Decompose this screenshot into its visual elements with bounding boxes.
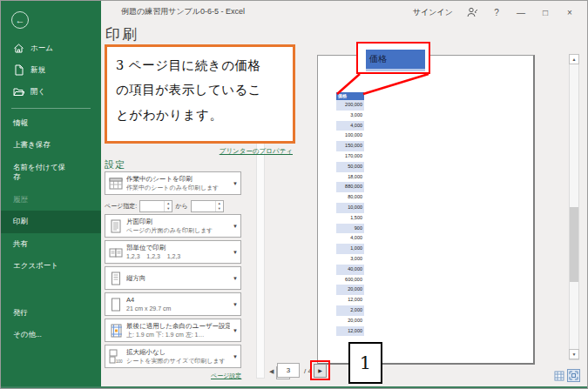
dropdown-subtitle: ページの片面のみを印刷します xyxy=(126,226,230,234)
table-row: 20,000 xyxy=(336,316,364,326)
print-target-dropdown[interactable]: 作業中のシートを印刷 作業中のシートのみを印刷します ▼ xyxy=(105,171,241,195)
sidebar-item-label: エクスポート xyxy=(13,261,71,271)
scaling-dropdown[interactable]: 100 拡大縮小なし シートを実際のサイズで印刷します ▼ xyxy=(105,345,241,368)
orientation-dropdown[interactable]: 縦方向 ▼ xyxy=(105,266,241,290)
print-preview-page: 価格 200,000 3,000 4,000 100,000 150,000 1… xyxy=(317,55,535,365)
open-folder-icon xyxy=(13,86,24,97)
callout-price-cell: 価格 xyxy=(366,50,425,69)
table-row: 40,000 xyxy=(336,265,364,275)
window-bottom-edge xyxy=(1,386,587,388)
printer-properties-link[interactable]: プリンターのプロパティ xyxy=(153,147,293,156)
current-page-input[interactable]: 3 xyxy=(277,363,300,378)
sidebar-item-label: 名前を付けて保存 xyxy=(13,163,71,183)
previous-page-icon[interactable]: ◀ xyxy=(269,368,274,375)
sidebar-menu-item[interactable]: 名前を付けて保存 xyxy=(1,157,101,189)
sidebar-menu: 情報 上書き保存 名前を付けて保存 履歴 印刷 共 xyxy=(1,112,101,346)
help-button[interactable]: ? xyxy=(484,1,509,23)
table-row: 2,000 xyxy=(336,305,364,316)
table-row: 1,000 xyxy=(336,244,364,254)
collated-copies-icon xyxy=(105,246,126,258)
sidebar-item-label: 履歴 xyxy=(13,195,71,205)
sidebar-divider xyxy=(11,108,91,109)
margins-dropdown[interactable]: 最後に適用した余白のユーザー設定 上: 1.9 cm 下: 1.9 cm 左: … xyxy=(105,319,241,342)
sidebar-menu-item[interactable]: エクスポート xyxy=(1,255,101,277)
annotation-line: の項目が表示しているこ xyxy=(116,77,284,102)
table-row: 150,000 xyxy=(336,141,364,151)
sidebar-item-label: 発行 xyxy=(13,308,71,318)
sign-in-button[interactable]: サインイン xyxy=(406,1,460,23)
table-row: 4,000 xyxy=(336,233,364,244)
sidebar-item-home[interactable]: ホーム xyxy=(1,37,101,59)
step-number-badge: 1 xyxy=(348,342,382,384)
scroll-down-icon[interactable]: ▼ xyxy=(569,349,579,359)
table-row: 12,000 xyxy=(336,295,364,305)
page-range-to-label: から xyxy=(175,202,187,211)
chevron-down-icon: ▼ xyxy=(230,181,240,186)
dropdown-title: 拡大縮小なし xyxy=(126,348,230,357)
sidebar-menu-item[interactable]: 情報 xyxy=(1,112,101,134)
one-sided-page-icon xyxy=(105,219,126,233)
sidebar-menu-item[interactable]: 共有 xyxy=(1,233,101,255)
sidebar-item-label: 情報 xyxy=(13,118,71,128)
close-button[interactable]: × xyxy=(558,1,582,23)
sidebar-item-open[interactable]: 開く xyxy=(1,81,101,103)
table-row: 12,000 xyxy=(336,326,364,337)
sidebar-item-label: その他... xyxy=(13,330,71,339)
table-row: 600,000 xyxy=(336,275,364,285)
paper-size-dropdown[interactable]: A4 21 cm x 29.7 cm ▼ xyxy=(105,292,241,316)
new-document-icon xyxy=(13,64,24,76)
chevron-down-icon: ▼ xyxy=(230,302,240,307)
back-arrow-icon[interactable]: ← xyxy=(11,11,29,29)
sidebar-menu-item[interactable]: 履歴 xyxy=(1,189,101,211)
custom-margins-icon xyxy=(105,324,126,338)
page-from-input[interactable]: ▲▼ xyxy=(139,200,172,212)
price-callout-box: 価格 xyxy=(356,42,430,74)
table-row: 4,000 xyxy=(336,121,364,131)
show-margins-button[interactable] xyxy=(553,370,564,381)
sidebar-menu-item[interactable]: その他... xyxy=(1,324,101,345)
user-account-icon[interactable] xyxy=(460,1,484,23)
sidebar-menu-item[interactable]: 上書き保存 xyxy=(1,134,101,156)
sidebar-menu-item[interactable]: 印刷 xyxy=(1,211,101,232)
sidebar-item-label: ホーム xyxy=(30,44,88,53)
spinner-arrows-icon[interactable]: ▲▼ xyxy=(164,201,172,211)
dropdown-subtitle: 上: 1.9 cm 下: 1.9 cm 左: 1… xyxy=(126,331,230,339)
no-scaling-icon: 100 xyxy=(105,349,126,364)
sidebar-item-label: 共有 xyxy=(13,239,71,249)
sidebar-item-label: 上書き保存 xyxy=(13,140,71,150)
table-row: 80,000 xyxy=(336,192,364,203)
dropdown-subtitle: 1,2,3 1,2,3 1,2,3 xyxy=(126,252,230,260)
table-row: 10,000 xyxy=(336,203,364,213)
page-setup-link[interactable]: ページ設定 xyxy=(211,372,241,380)
home-icon xyxy=(13,43,24,54)
minimize-button[interactable]: — xyxy=(509,1,533,23)
chevron-down-icon: ▼ xyxy=(230,276,240,281)
table-row: 18,000 xyxy=(336,172,364,183)
scroll-up-icon[interactable]: ▲ xyxy=(569,54,579,64)
table-row: 1,500 xyxy=(336,213,364,224)
settings-heading: 設定 xyxy=(105,158,125,171)
spinner-arrows-icon[interactable]: ▲▼ xyxy=(215,201,223,211)
annotation-line: 3 ページ目に続きの価格 xyxy=(116,53,284,77)
sidebar-item-label: 開く xyxy=(30,87,88,97)
red-highlight-box xyxy=(310,360,330,380)
dropdown-subtitle: 21 cm x 29.7 cm xyxy=(126,305,230,312)
collation-dropdown[interactable]: 部単位で印刷 1,2,3 1,2,3 1,2,3 ▼ xyxy=(105,240,241,264)
zoom-to-page-button[interactable] xyxy=(567,369,580,382)
dropdown-title: 最後に適用した余白のユーザー設定 xyxy=(126,322,230,331)
sidebar-menu-item[interactable]: 発行 xyxy=(1,302,101,324)
page-to-input[interactable]: ▲▼ xyxy=(191,200,224,212)
dropdown-subtitle: シートを実際のサイズで印刷します xyxy=(126,357,230,365)
sidebar-item-new[interactable]: 新規 xyxy=(1,59,101,81)
backstage-sidebar: ← ホーム 新規 開く 情報 xyxy=(1,1,101,388)
dropdown-title: 縦方向 xyxy=(126,274,230,283)
preview-price-table: 価格 200,000 3,000 4,000 100,000 150,000 1… xyxy=(336,92,364,336)
duplex-dropdown[interactable]: 片面印刷 ページの片面のみを印刷します ▼ xyxy=(105,214,241,238)
table-row: 50,000 xyxy=(336,162,364,172)
maximize-button[interactable]: □ xyxy=(533,1,558,23)
table-row: 20,000 xyxy=(336,285,364,295)
page-title: 印刷 xyxy=(105,24,139,44)
page-range-label: ページ指定: xyxy=(105,202,137,211)
dropdown-title: 部単位で印刷 xyxy=(126,244,230,252)
preview-scrollbar-thumb[interactable] xyxy=(570,207,578,282)
